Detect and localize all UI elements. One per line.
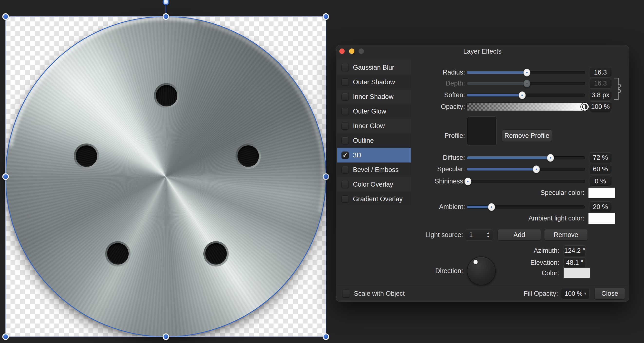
specular-slider-thumb[interactable]	[533, 166, 540, 173]
radius-slider[interactable]	[466, 71, 585, 74]
selection-handle-top-center[interactable]	[162, 14, 169, 20]
ambient-slider[interactable]	[466, 205, 585, 208]
effects-list: Gaussian Blur Outer Shadow Inner Shadow …	[337, 60, 411, 206]
soften-label: Soften:	[411, 90, 465, 100]
specular-slider[interactable]	[466, 168, 585, 171]
diffuse-slider-fill	[467, 156, 550, 159]
ambient-slider-thumb[interactable]	[488, 203, 495, 211]
stepper-arrows-icon[interactable]: ▲▼	[486, 231, 490, 240]
soften-slider-thumb[interactable]	[518, 91, 526, 99]
soften-value-field[interactable]: 3.8 px	[590, 90, 611, 100]
effect-checkbox[interactable]	[342, 78, 349, 86]
close-button[interactable]: Close	[594, 288, 625, 300]
effect-label: Bevel / Emboss	[353, 166, 399, 174]
disc-hole-right	[236, 144, 261, 169]
effect-checkbox[interactable]	[342, 181, 349, 188]
light-source-value: 1	[469, 231, 473, 238]
metal-disc-object[interactable]	[6, 16, 326, 337]
remove-profile-button[interactable]: Remove Profile	[502, 130, 552, 142]
direction-label: Direction:	[409, 265, 463, 276]
effect-checkbox[interactable]	[342, 122, 349, 130]
diffuse-slider-thumb[interactable]	[547, 154, 554, 162]
scale-with-object-checkbox[interactable]	[342, 290, 350, 298]
radius-label: Radius:	[411, 67, 465, 78]
fill-opacity-value: 100 %	[564, 290, 582, 297]
specular-color-swatch[interactable]	[588, 187, 616, 198]
effect-checkbox[interactable]	[342, 108, 349, 115]
elevation-value-field[interactable]: 48.1 °	[564, 257, 586, 268]
specular-slider-fill	[467, 168, 536, 170]
specular-color-label: Specular color:	[484, 187, 584, 198]
selection-handle-bottom-center[interactable]	[162, 334, 169, 340]
azimuth-value-field[interactable]: 124.2 °	[564, 245, 586, 256]
effect-row-inner-shadow[interactable]: Inner Shadow	[337, 90, 411, 104]
ambient-value-field[interactable]: 20 %	[590, 202, 611, 212]
effect-row-outer-glow[interactable]: Outer Glow	[337, 104, 411, 119]
light-color-swatch[interactable]	[564, 268, 590, 278]
effect-row-outer-shadow[interactable]: Outer Shadow	[337, 75, 411, 90]
effect-row-inner-glow[interactable]: Inner Glow	[337, 119, 411, 133]
effect-checkbox[interactable]	[342, 195, 349, 203]
effect-label: Gradient Overlay	[353, 195, 402, 203]
layer-effects-dialog: Layer Effects Gaussian Blur Outer Shadow…	[336, 45, 629, 302]
soften-slider[interactable]	[466, 94, 585, 97]
profile-thumbnail[interactable]	[468, 117, 496, 145]
checkmark-icon: ✓	[342, 152, 348, 159]
effect-checkbox[interactable]	[342, 137, 349, 144]
ambient-light-color-label: Ambient light color:	[484, 213, 584, 224]
effect-row-color-overlay[interactable]: Color Overlay	[337, 177, 411, 192]
shininess-slider-thumb[interactable]	[464, 178, 471, 186]
opacity-slider[interactable]	[466, 102, 585, 111]
scale-with-object-label: Scale with Object	[354, 288, 451, 299]
footer-divider	[336, 286, 629, 286]
opacity-slider-thumb[interactable]	[581, 103, 589, 110]
disc-hole-bottom-left	[105, 241, 130, 266]
effect-row-gaussian-blur[interactable]: Gaussian Blur	[337, 60, 411, 75]
opacity-label: Opacity:	[411, 101, 465, 112]
direction-knob-dot	[474, 260, 478, 264]
remove-light-button[interactable]: Remove	[544, 229, 588, 240]
shininess-value-field[interactable]: 0 %	[590, 176, 611, 186]
rotation-handle[interactable]	[162, 0, 169, 5]
opacity-value-field[interactable]: 100 %	[590, 101, 611, 112]
selection-handle-top-right[interactable]	[323, 14, 329, 20]
effect-checkbox[interactable]	[342, 64, 349, 71]
effect-checkbox[interactable]	[342, 93, 349, 100]
effect-label: Outline	[353, 137, 374, 144]
selection-handle-bottom-left[interactable]	[2, 334, 9, 340]
diffuse-slider[interactable]	[466, 156, 585, 159]
radius-value-field[interactable]: 16.3 px	[590, 67, 611, 78]
fill-opacity-dropdown[interactable]: 100 % ▼	[561, 288, 590, 299]
selection-handle-top-left[interactable]	[2, 14, 9, 20]
depth-slider-thumb[interactable]	[524, 80, 530, 88]
dialog-title: Layer Effects	[336, 45, 629, 57]
effect-label: Outer Glow	[353, 108, 386, 115]
effect-label: Color Overlay	[353, 181, 393, 188]
selection-handle-bottom-right[interactable]	[323, 334, 329, 340]
depth-slider-fill	[467, 82, 527, 85]
disc-hole-bottom-right	[204, 241, 229, 266]
ambient-light-color-swatch[interactable]	[588, 213, 616, 224]
effect-row-3d[interactable]: ✓ 3D	[337, 148, 411, 162]
selection-handle-middle-right[interactable]	[323, 174, 329, 180]
specular-value-field[interactable]: 60 %	[590, 164, 611, 174]
effect-row-bevel-emboss[interactable]: Bevel / Emboss	[337, 162, 411, 177]
effect-row-gradient-overlay[interactable]: Gradient Overlay	[337, 192, 411, 206]
effect-checkbox-checked[interactable]: ✓	[342, 152, 349, 159]
dialog-titlebar[interactable]: Layer Effects	[336, 45, 629, 57]
radius-slider-thumb[interactable]	[524, 69, 530, 76]
depth-slider[interactable]	[466, 82, 585, 85]
profile-label: Profile:	[411, 130, 465, 141]
link-values-icon[interactable]	[614, 78, 619, 100]
light-color-label: Color:	[482, 268, 559, 279]
add-light-button[interactable]: Add	[498, 229, 541, 240]
diffuse-value-field[interactable]: 72 %	[590, 152, 611, 163]
shininess-slider[interactable]	[466, 180, 585, 183]
selection-handle-middle-left[interactable]	[2, 174, 9, 180]
effect-row-outline[interactable]: Outline	[337, 133, 411, 148]
depth-value-field[interactable]: 16.3 px	[590, 78, 611, 89]
light-source-stepper[interactable]: 1 ▲▼	[465, 229, 493, 240]
soften-slider-fill	[467, 94, 522, 96]
effect-checkbox[interactable]	[342, 166, 349, 174]
light-source-label: Light source:	[409, 229, 463, 240]
